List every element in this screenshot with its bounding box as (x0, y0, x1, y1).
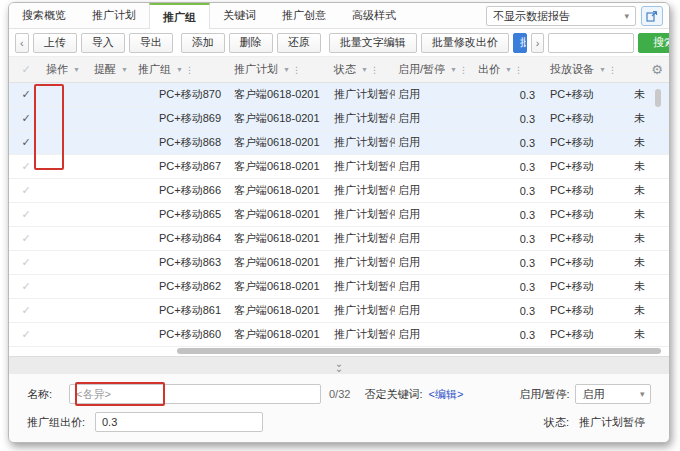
scroll-right-button[interactable]: › (531, 33, 545, 53)
row-extra-truncated: 未 (631, 207, 669, 222)
export-button[interactable]: 导出 (129, 33, 173, 53)
batch-modify-bid-button[interactable]: 批量修改出价 (421, 33, 509, 53)
column-header-3[interactable]: 推广计划▼⋮ (231, 62, 331, 77)
filter-icon[interactable]: ▼ (73, 66, 80, 73)
column-header-2[interactable]: 推广组▼⋮ (135, 62, 231, 77)
row-status: 推广计划暂停 (331, 183, 395, 198)
row-enable-state: 启用 (395, 279, 475, 294)
table-row-PC+移动869[interactable]: ✓PC+移动869客户端0618-0201推广计划暂停启用0.3PC+移动未 (9, 107, 669, 131)
filter-icon[interactable]: ▼ (121, 66, 128, 73)
column-header-7[interactable]: 投放设备▼⋮ (547, 62, 631, 77)
filter-icon[interactable]: ▼ (599, 66, 606, 73)
row-check-icon[interactable]: ✓ (9, 280, 43, 293)
status-label: 状态: (544, 415, 569, 430)
column-header-1[interactable]: 提醒▼ (91, 62, 135, 77)
tab-5[interactable]: 高级样式 (339, 3, 409, 28)
row-check-icon[interactable]: ✓ (9, 136, 43, 149)
tab-0[interactable]: 搜索概览 (9, 3, 79, 28)
row-group-name: PC+移动861 (135, 303, 231, 318)
scroll-left-button[interactable]: ‹ (15, 33, 29, 53)
row-extra-truncated: 未 (631, 255, 669, 270)
row-check-icon[interactable]: ✓ (9, 232, 43, 245)
tab-1[interactable]: 推广计划 (79, 3, 149, 28)
sort-icon[interactable]: ⋮ (608, 65, 616, 75)
batch-text-edit-button[interactable]: 批量文字编辑 (329, 33, 417, 53)
row-check-icon[interactable]: ✓ (9, 328, 43, 341)
row-check-icon[interactable]: ✓ (9, 184, 43, 197)
row-status: 推广计划暂停 (331, 279, 395, 294)
export-report-button[interactable] (641, 6, 663, 26)
edit-panel-row-1: 名称: <各异> 0/32 否定关键词: <编辑> 启用/暂停: 启用 ▾ (27, 382, 659, 406)
tab-2[interactable]: 推广组 (149, 3, 210, 29)
row-check-icon[interactable]: ✓ (9, 160, 43, 173)
column-header-label: 启用/暂停 (398, 62, 445, 77)
filter-icon[interactable]: ▼ (283, 66, 290, 73)
table-row-PC+移动867[interactable]: ✓PC+移动867客户端0618-0201推广计划暂停启用0.3PC+移动未 (9, 155, 669, 179)
row-status: 推广计划暂停 (331, 207, 395, 222)
row-bid: 0.3 (475, 329, 547, 341)
sort-icon[interactable]: ⋮ (459, 65, 467, 75)
batch-more-button[interactable]: 批量选 (513, 33, 527, 53)
filter-icon[interactable]: ▼ (450, 66, 457, 73)
table-row-PC+移动860[interactable]: ✓PC+移动860客户端0618-0201推广计划暂停启用0.3PC+移动未 (9, 323, 669, 347)
import-button[interactable]: 导入 (81, 33, 125, 53)
table-header-row: ✓操作▼提醒▼推广组▼⋮推广计划▼⋮状态▼⋮启用/暂停▼⋮出价▼⋮投放设备▼⋮⚙ (9, 57, 669, 83)
vertical-scrollbar-thumb[interactable] (655, 89, 661, 107)
column-header-4[interactable]: 状态▼⋮ (331, 62, 395, 77)
search-input[interactable] (548, 33, 634, 53)
sort-icon[interactable]: ⋮ (514, 65, 522, 75)
filter-icon[interactable]: ▼ (505, 66, 512, 73)
sort-icon[interactable]: ⋮ (185, 65, 193, 75)
table-row-PC+移动861[interactable]: ✓PC+移动861客户端0618-0201推广计划暂停启用0.3PC+移动未 (9, 299, 669, 323)
enable-pause-value: 启用 (582, 387, 604, 402)
name-input[interactable]: <各异> (69, 384, 321, 404)
group-bid-input[interactable]: 0.3 (95, 412, 263, 432)
row-extra-truncated: 未 (631, 159, 669, 174)
search-button[interactable]: 搜索 (638, 33, 670, 53)
row-bid: 0.3 (475, 113, 547, 125)
row-device: PC+移动 (547, 87, 631, 102)
table-row-PC+移动868[interactable]: ✓PC+移动868客户端0618-0201推广计划暂停启用0.3PC+移动未 (9, 131, 669, 155)
column-header-0[interactable]: 操作▼ (43, 62, 91, 77)
column-settings-gear-icon[interactable]: ⚙ (651, 62, 663, 77)
enable-pause-select[interactable]: 启用 ▾ (575, 384, 651, 404)
sort-icon[interactable]: ⋮ (292, 65, 300, 75)
row-plan-name: 客户端0618-0201 (231, 183, 331, 198)
upload-button[interactable]: 上传 (33, 33, 77, 53)
column-header-6[interactable]: 出价▼⋮ (475, 62, 547, 77)
row-group-name: PC+移动860 (135, 327, 231, 342)
table-row-PC+移动865[interactable]: ✓PC+移动865客户端0618-0201推广计划暂停启用0.3PC+移动未 (9, 203, 669, 227)
table-row-PC+移动866[interactable]: ✓PC+移动866客户端0618-0201推广计划暂停启用0.3PC+移动未 (9, 179, 669, 203)
add-button[interactable]: 添加 (181, 33, 225, 53)
column-header-5[interactable]: 启用/暂停▼⋮ (395, 62, 475, 77)
tab-4[interactable]: 推广创意 (269, 3, 339, 28)
negative-keywords-edit-link[interactable]: <编辑> (428, 387, 463, 402)
row-check-icon[interactable]: ✓ (9, 256, 43, 269)
horizontal-scrollbar-thumb[interactable] (177, 348, 661, 354)
table-row-PC+移动864[interactable]: ✓PC+移动864客户端0618-0201推广计划暂停启用0.3PC+移动未 (9, 227, 669, 251)
negative-keywords-label: 否定关键词: (364, 387, 422, 402)
row-check-icon[interactable]: ✓ (9, 208, 43, 221)
row-device: PC+移动 (547, 327, 631, 342)
filter-icon[interactable]: ▼ (176, 66, 183, 73)
row-check-icon[interactable]: ✓ (9, 304, 43, 317)
tab-3[interactable]: 关键词 (210, 3, 269, 28)
row-group-name: PC+移动865 (135, 207, 231, 222)
restore-button[interactable]: 还原 (277, 33, 321, 53)
table-row-PC+移动863[interactable]: ✓PC+移动863客户端0618-0201推广计划暂停启用0.3PC+移动未 (9, 251, 669, 275)
row-extra-truncated: 未 (631, 183, 669, 198)
row-check-icon[interactable]: ✓ (9, 112, 43, 125)
delete-button[interactable]: 删除 (229, 33, 273, 53)
sort-icon[interactable]: ⋮ (370, 65, 378, 75)
select-all-check-icon[interactable]: ✓ (9, 63, 43, 76)
row-extra-truncated: 未 (631, 231, 669, 246)
filter-icon[interactable]: ▼ (361, 66, 368, 73)
row-enable-state: 启用 (395, 231, 475, 246)
row-bid: 0.3 (475, 161, 547, 173)
collapse-panel-bar[interactable]: ⌄⌄ (9, 356, 669, 374)
row-check-icon[interactable]: ✓ (9, 88, 43, 101)
table-row-PC+移动870[interactable]: ✓PC+移动870客户端0618-0201推广计划暂停启用0.3PC+移动未 (9, 83, 669, 107)
row-extra-truncated: 未 (631, 111, 669, 126)
table-row-PC+移动862[interactable]: ✓PC+移动862客户端0618-0201推广计划暂停启用0.3PC+移动未 (9, 275, 669, 299)
report-dropdown[interactable]: 不显示数据报告 ▾ (486, 6, 636, 26)
